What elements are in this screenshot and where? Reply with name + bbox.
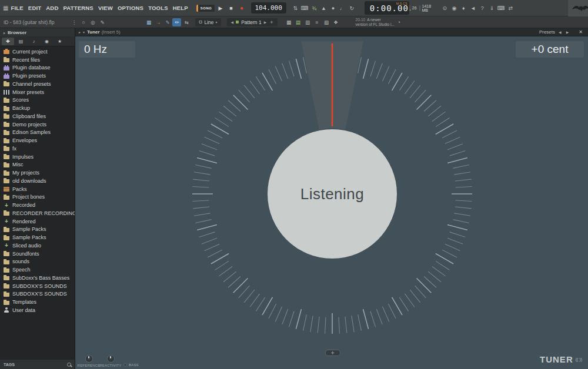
- edit-line-icon[interactable]: ✎: [98, 18, 106, 26]
- browser-item[interactable]: old downloads: [0, 177, 75, 185]
- main-menu-grip-icon[interactable]: ▦: [3, 3, 8, 14]
- browser-item[interactable]: Sliced audio: [0, 241, 75, 250]
- reference-knob[interactable]: [85, 355, 93, 363]
- menu-item[interactable]: ADD: [44, 5, 61, 11]
- time-signature-icon[interactable]: ¾: [310, 4, 319, 13]
- menu-item[interactable]: HELP: [171, 5, 191, 11]
- browser-item[interactable]: Mixer presets: [0, 88, 75, 96]
- browser-item[interactable]: Envelopes: [0, 136, 75, 145]
- record-button[interactable]: ●: [238, 4, 246, 13]
- mic-icon[interactable]: ♦: [459, 4, 468, 13]
- menu-item[interactable]: PATTERNS: [61, 5, 95, 11]
- browser-item[interactable]: sounds: [0, 258, 75, 266]
- browser-item[interactable]: Backup: [0, 104, 75, 112]
- stop-button[interactable]: ■: [227, 4, 236, 13]
- pattern-prev-icon[interactable]: ◀: [231, 20, 234, 24]
- search-icon[interactable]: [67, 363, 71, 367]
- browser-item[interactable]: Project bones: [0, 193, 75, 202]
- browser-item[interactable]: Plugin database: [0, 64, 75, 72]
- browser-tab-online[interactable]: ◉: [41, 38, 53, 45]
- volume-icon[interactable]: ◄: [469, 4, 477, 13]
- browser-item[interactable]: User data: [0, 306, 75, 314]
- plugin-detach-icon[interactable]: ▸: [79, 30, 81, 34]
- time-display[interactable]: M:S.CS 0:00.00: [365, 1, 409, 15]
- pattern-add-icon[interactable]: +: [270, 19, 273, 25]
- slip-tool-icon[interactable]: ⇆: [182, 18, 191, 26]
- browser-item[interactable]: Current project: [0, 48, 75, 56]
- close-icon[interactable]: ✕: [577, 29, 584, 35]
- browser-item[interactable]: My projects: [0, 169, 75, 177]
- browser-header[interactable]: ▸ Browser: [0, 28, 75, 36]
- browser-item[interactable]: Packs: [0, 185, 75, 193]
- plugin-picker-icon[interactable]: ❖: [332, 18, 340, 26]
- typing-keyboard-icon[interactable]: ⌨: [300, 4, 309, 13]
- download-icon[interactable]: ⇓: [487, 4, 496, 13]
- countdown-icon[interactable]: ♩: [338, 4, 347, 13]
- select-tool-icon[interactable]: ▦: [144, 18, 153, 26]
- browser-tab-all[interactable]: ✚: [2, 38, 14, 45]
- zoom-icon[interactable]: ◎: [88, 18, 97, 26]
- browser-item[interactable]: Rendered: [0, 217, 75, 226]
- browser-item[interactable]: Misc: [0, 161, 75, 169]
- midi-keyboard-icon[interactable]: ⌨: [497, 4, 506, 13]
- menu-item[interactable]: TOOLS: [146, 5, 171, 11]
- snap-selector[interactable]: Ω Line ▾: [195, 18, 220, 26]
- piano-roll-icon[interactable]: ▤: [294, 18, 303, 26]
- pattern-next-icon[interactable]: ▶: [264, 20, 267, 24]
- preset-prev-icon[interactable]: ◀: [557, 30, 563, 34]
- pattern-selector[interactable]: ◀ Pattern 1 ▶ +: [227, 18, 278, 26]
- arrow-tool-icon[interactable]: →: [153, 18, 162, 26]
- menu-item[interactable]: FILE: [8, 5, 25, 11]
- detach-grip-icon[interactable]: ⋮: [69, 18, 78, 26]
- browser-tab-favorites[interactable]: ★: [54, 38, 66, 45]
- browser-item[interactable]: fx: [0, 145, 75, 153]
- browser-tab-audio[interactable]: ♪: [28, 38, 40, 45]
- help-icon[interactable]: ?: [478, 4, 487, 13]
- presets-label[interactable]: Presets: [539, 29, 555, 35]
- song-mode-toggle[interactable]: SONG: [196, 5, 215, 12]
- browser-item[interactable]: Templates: [0, 298, 75, 306]
- tuner-titlebar[interactable]: ▸ ▾ Tuner(Insert 5) Presets ◀ ▶ ✕: [75, 28, 588, 36]
- preset-next-icon[interactable]: ▶: [565, 30, 570, 34]
- browser-item[interactable]: Demo projects: [0, 120, 75, 129]
- browser-item[interactable]: Channel presets: [0, 80, 75, 88]
- loop-record-icon[interactable]: ↻: [348, 4, 356, 13]
- bass-toggle[interactable]: [123, 363, 127, 367]
- tags-bar[interactable]: TAGS: [0, 360, 75, 369]
- tap-tempo-icon[interactable]: ⇅: [291, 4, 300, 13]
- brush-tool-icon[interactable]: ✏: [172, 18, 181, 26]
- browser-item[interactable]: Clipboard files: [0, 112, 75, 120]
- browser-item[interactable]: Edison Samples: [0, 129, 75, 137]
- browser-item[interactable]: Speech: [0, 266, 75, 274]
- browser-item[interactable]: SUBDOXX'S SOUNDS: [0, 282, 75, 290]
- browser-item[interactable]: RECORDER RECORDINGS: [0, 209, 75, 217]
- fl-mascot-icon[interactable]: [568, 0, 588, 16]
- detach-handle[interactable]: ✛: [325, 350, 340, 356]
- browser-toggle-icon[interactable]: ▧: [322, 18, 331, 26]
- tempo-display[interactable]: 104.000: [251, 2, 286, 14]
- hint-history-icon[interactable]: ◔: [395, 18, 403, 27]
- browser-item[interactable]: Plugin presets: [0, 72, 75, 80]
- browser-item[interactable]: Impulses: [0, 153, 75, 161]
- browser-item[interactable]: SubDoxx's Bass Basses: [0, 274, 75, 282]
- step-sequencer-icon[interactable]: ▦: [285, 18, 293, 26]
- browser-item[interactable]: Recorded: [0, 201, 75, 209]
- browser-item[interactable]: Recent files: [0, 56, 75, 64]
- wait-for-input-icon[interactable]: ●: [329, 4, 338, 13]
- reactivity-knob[interactable]: [107, 355, 115, 363]
- browser-item[interactable]: Sample Packs: [0, 226, 75, 234]
- focus-icon[interactable]: ○: [79, 18, 88, 26]
- menu-item[interactable]: EDIT: [26, 5, 44, 11]
- play-button[interactable]: ▶: [216, 4, 225, 13]
- browser-item[interactable]: Soundfonts: [0, 250, 75, 258]
- browser-item[interactable]: SUBDOXX'S SOUNDS: [0, 290, 75, 298]
- plugin-options-icon[interactable]: ▾: [83, 30, 85, 34]
- metronome-icon[interactable]: ▲: [319, 4, 328, 13]
- playlist-icon[interactable]: ▥: [303, 18, 312, 26]
- browser-item[interactable]: Scores: [0, 96, 75, 105]
- mixer-icon[interactable]: ≡: [313, 18, 322, 26]
- pencil-tool-icon[interactable]: ✎: [163, 18, 172, 26]
- browser-tab-files[interactable]: ▤: [15, 38, 27, 45]
- menu-item[interactable]: VIEW: [96, 5, 115, 11]
- sync-icon[interactable]: ⇄: [506, 4, 515, 13]
